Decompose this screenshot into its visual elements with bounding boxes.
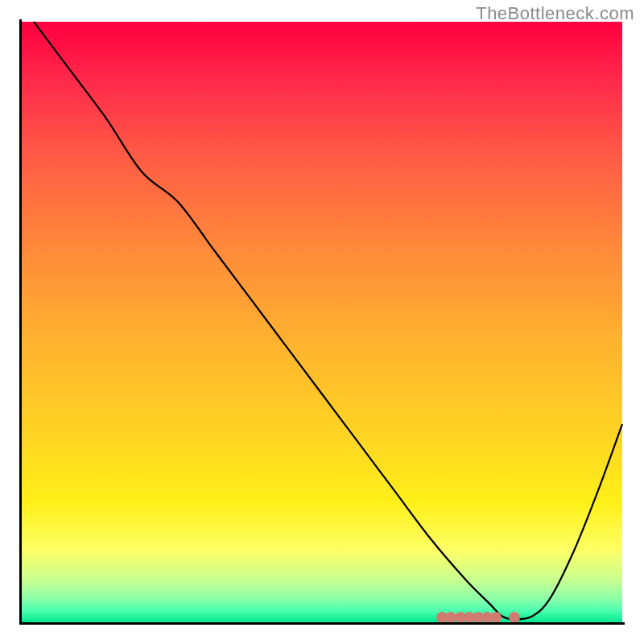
curve-layer bbox=[22, 22, 622, 622]
bottleneck-curve bbox=[34, 22, 622, 619]
axis-bottom bbox=[19, 622, 625, 625]
axis-left bbox=[19, 19, 22, 625]
chart-container: TheBottleneck.com bbox=[0, 0, 644, 644]
